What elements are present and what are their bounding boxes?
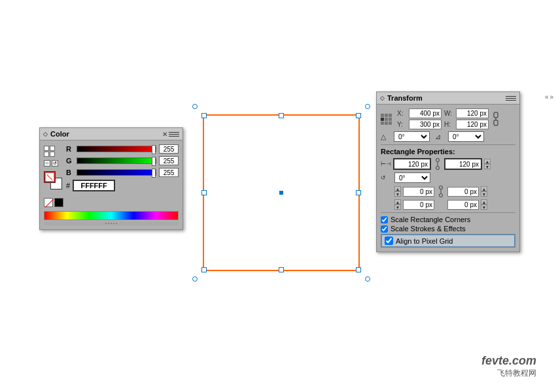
hex-input[interactable]: FFFFFF bbox=[73, 180, 115, 191]
handle-top-right[interactable] bbox=[356, 113, 361, 118]
r-label: R bbox=[66, 145, 74, 153]
angle2-select[interactable]: 0° bbox=[448, 131, 484, 142]
color-panel-resize[interactable] bbox=[44, 221, 179, 225]
color-spectrum[interactable] bbox=[44, 211, 179, 220]
rect-wh-row: ⊢⊣ ▲ ▼ bbox=[381, 158, 515, 170]
watermark-line1: fevte.com bbox=[481, 354, 536, 368]
rect-h-input[interactable] bbox=[444, 158, 482, 170]
align-grid-label: Align to Pixel Grid bbox=[396, 237, 453, 245]
corner4-spinner: ▲ ▼ bbox=[481, 199, 487, 210]
w-input[interactable] bbox=[456, 108, 489, 118]
ref-dot-5[interactable] bbox=[385, 118, 388, 121]
rect-angle-row: ↺ 0° bbox=[381, 172, 515, 183]
scale-strokes-checkbox[interactable] bbox=[381, 225, 388, 233]
ref-dot-6[interactable] bbox=[389, 118, 392, 121]
none-swatch[interactable] bbox=[44, 198, 53, 207]
corner-r1-input[interactable] bbox=[403, 187, 434, 197]
transform-panel-menu[interactable] bbox=[506, 94, 516, 102]
c4-down[interactable]: ▼ bbox=[481, 204, 487, 210]
c2-down[interactable]: ▼ bbox=[481, 191, 487, 197]
scale-strokes-label: Scale Strokes & Effects bbox=[391, 225, 466, 233]
handle-middle-right[interactable] bbox=[356, 190, 361, 195]
fg-swatch[interactable] bbox=[44, 171, 56, 183]
hex-row: # FFFFFF bbox=[66, 180, 179, 191]
rotate-handle-br[interactable] bbox=[365, 276, 370, 282]
transform-panel: ◇ Transform X: bbox=[376, 91, 520, 252]
wh-inputs: W: H: bbox=[444, 108, 489, 129]
rect-link-btn[interactable] bbox=[433, 158, 442, 170]
ref-dot-4[interactable] bbox=[381, 118, 384, 121]
handle-middle-left[interactable] bbox=[201, 190, 207, 195]
b-value[interactable]: 255 bbox=[159, 168, 179, 177]
constrain-proportions[interactable] bbox=[491, 111, 500, 127]
x-input[interactable] bbox=[409, 108, 442, 118]
rect-w-input[interactable] bbox=[393, 158, 431, 170]
align-grid-checkbox[interactable] bbox=[385, 237, 393, 245]
rotate-handle-tr[interactable] bbox=[365, 104, 370, 109]
rect-chain-icon bbox=[434, 158, 441, 170]
swatch-diagonal bbox=[46, 174, 52, 180]
collapse-left-icon[interactable]: « bbox=[545, 93, 549, 101]
color-panel-title-area: ◇ Color bbox=[43, 130, 69, 138]
corner1-spinner: ▲ ▼ bbox=[394, 186, 401, 197]
handle-bottom-right[interactable] bbox=[356, 267, 361, 272]
black-swatch[interactable] bbox=[54, 198, 63, 207]
g-value[interactable]: 255 bbox=[159, 156, 179, 165]
rect-h-down[interactable]: ▼ bbox=[484, 164, 491, 169]
angle1-select[interactable]: 0° bbox=[394, 131, 430, 142]
h-input[interactable] bbox=[456, 120, 489, 129]
r-slider-track[interactable] bbox=[77, 146, 156, 152]
hex-label: # bbox=[66, 182, 70, 189]
ref-dot-2[interactable] bbox=[385, 114, 388, 117]
handle-bottom-center[interactable] bbox=[279, 267, 284, 272]
center-point bbox=[279, 191, 283, 195]
rect-h-up[interactable]: ▲ bbox=[484, 159, 491, 164]
h-input-row: H: bbox=[444, 120, 489, 129]
y-input-row: Y: bbox=[397, 120, 442, 129]
color-panel-titlebar-icons: ✕ bbox=[162, 130, 179, 138]
handle-top-center[interactable] bbox=[279, 113, 284, 118]
svg-point-4 bbox=[436, 167, 440, 170]
swap-icons[interactable]: ↔ ↺ bbox=[44, 160, 63, 167]
corner-r4-input[interactable] bbox=[447, 200, 479, 210]
g-slider-thumb[interactable] bbox=[152, 157, 156, 166]
c4-up[interactable]: ▲ bbox=[481, 199, 487, 204]
selected-rectangle[interactable] bbox=[203, 114, 360, 271]
b-slider-thumb[interactable] bbox=[152, 169, 156, 178]
fg-bg-swatches[interactable] bbox=[44, 171, 62, 189]
ref-dot-1[interactable] bbox=[381, 114, 384, 117]
xy-inputs: X: Y: bbox=[397, 108, 442, 129]
corner-r3-input[interactable] bbox=[403, 200, 434, 210]
c2-up[interactable]: ▲ bbox=[481, 186, 487, 191]
b-slider-track[interactable] bbox=[77, 169, 156, 176]
c1-up[interactable]: ▲ bbox=[394, 186, 401, 191]
y-input[interactable] bbox=[409, 120, 442, 129]
transform-panel-title: Transform bbox=[387, 94, 423, 102]
color-panel-menu[interactable] bbox=[169, 130, 179, 138]
handle-top-left[interactable] bbox=[201, 113, 207, 118]
corner-r2-input[interactable] bbox=[447, 187, 479, 197]
diamond-icon-color: ◇ bbox=[43, 131, 48, 137]
ref-dot-8[interactable] bbox=[385, 122, 388, 125]
transform-title-left: ◇ Transform bbox=[380, 94, 423, 102]
ref-dot-9[interactable] bbox=[389, 122, 392, 125]
g-slider-track[interactable] bbox=[77, 157, 156, 164]
scale-corners-checkbox[interactable] bbox=[381, 216, 388, 223]
ref-dot-3[interactable] bbox=[389, 114, 392, 117]
rotate-handle-bl[interactable] bbox=[192, 276, 198, 282]
x-label: X: bbox=[397, 110, 408, 117]
ref-dot-7[interactable] bbox=[381, 122, 384, 125]
mode-icon-grid[interactable] bbox=[44, 146, 63, 157]
c3-up[interactable]: ▲ bbox=[394, 199, 401, 204]
c3-down[interactable]: ▼ bbox=[394, 204, 401, 210]
r-slider-thumb[interactable] bbox=[152, 145, 156, 154]
rotate-handle-tl[interactable] bbox=[192, 104, 198, 109]
reference-point-grid[interactable] bbox=[381, 114, 392, 125]
color-panel-close[interactable]: ✕ bbox=[162, 131, 167, 138]
collapse-right-icon[interactable]: » bbox=[549, 93, 553, 101]
c1-down[interactable]: ▼ bbox=[394, 191, 401, 197]
handle-bottom-left[interactable] bbox=[201, 267, 207, 272]
rect-angle-select[interactable]: 0° bbox=[394, 172, 430, 183]
r-value[interactable]: 255 bbox=[159, 144, 179, 154]
corner-link-1[interactable] bbox=[436, 186, 445, 197]
